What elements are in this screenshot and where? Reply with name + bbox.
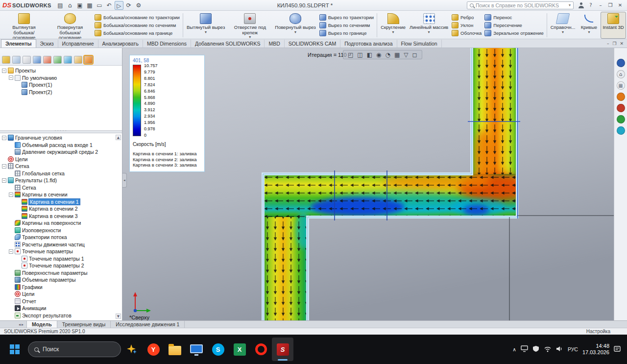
- graphics-viewport[interactable]: 401, 58 10.7579.7798.8017.8246.8465.8684…: [122, 48, 614, 320]
- model-tab-1[interactable]: Модель: [26, 321, 57, 328]
- help-search-box[interactable]: Поиск в Справке по SOLIDWORKS ▾: [467, 1, 574, 9]
- monitor-app-button[interactable]: [186, 338, 207, 361]
- tab-добавления-solidworks[interactable]: Добавления SOLIDWORKS: [191, 40, 265, 48]
- tree-item[interactable]: −Точечные параметры: [0, 248, 122, 255]
- tree-item[interactable]: −Результаты (1.fld): [0, 177, 122, 184]
- tree-item[interactable]: Объемный расход на входе 1: [0, 142, 122, 149]
- ribbon-button-hole-wizard[interactable]: Отверстие под крепеж▾: [227, 12, 273, 39]
- ribbon-button-cut-extrude[interactable]: Вытянутый вырез▾: [185, 12, 227, 39]
- ribbon-button-boss-revolve[interactable]: Повернутая бобышка/основание: [47, 12, 93, 39]
- appearance-icon[interactable]: ▦: [394, 51, 400, 58]
- solidworks-app-button[interactable]: S: [272, 338, 293, 361]
- taskbar-search[interactable]: Поиск: [28, 341, 121, 357]
- ribbon-button-cut-boundary[interactable]: Вырез по границе: [319, 30, 374, 36]
- model-tab-2[interactable]: Трехмерные виды: [57, 321, 111, 328]
- hide-show-items-icon[interactable]: ◔: [386, 51, 390, 58]
- flow-simulation-tab-icon[interactable]: [64, 56, 72, 64]
- user-account-icon[interactable]: [578, 2, 584, 8]
- ribbon-button-intersect[interactable]: Пересечение: [484, 22, 543, 28]
- section-plot-tool-icon[interactable]: [617, 104, 625, 112]
- tree-item[interactable]: Картина в сечении 2: [0, 205, 122, 213]
- tree-item[interactable]: −Картины в сечении: [0, 191, 122, 198]
- collapse-icon[interactable]: −: [2, 178, 6, 183]
- tree-item[interactable]: Экспорт результатов: [0, 312, 122, 319]
- ribbon-button-curves[interactable]: Кривые▾: [577, 12, 601, 39]
- skype-app-button[interactable]: S: [207, 338, 229, 361]
- save-icon[interactable]: ▦: [85, 1, 94, 10]
- tree-item[interactable]: Давление окружающей среды 2: [0, 148, 122, 156]
- tab-элементы[interactable]: Элементы: [1, 39, 36, 48]
- tree-item[interactable]: Графики: [0, 284, 122, 291]
- tree-item[interactable]: Картина в сечении 3: [0, 213, 122, 220]
- start-button[interactable]: [4, 338, 25, 361]
- ribbon-button-reference[interactable]: Справочн...▾: [549, 12, 578, 39]
- doc-restore-button[interactable]: ❐: [612, 41, 616, 46]
- collapse-icon[interactable]: −: [9, 193, 13, 197]
- close-button[interactable]: ✕: [617, 2, 624, 8]
- tree-scroll-up-button[interactable]: ▲: [116, 135, 121, 140]
- open-document-icon[interactable]: ▣: [75, 1, 84, 10]
- propertymanager-tab-icon[interactable]: [12, 56, 21, 64]
- tree-item[interactable]: Изоповерхности: [0, 227, 122, 234]
- tree-item[interactable]: Картины на поверхности: [0, 219, 122, 227]
- tab-mbd-dimensions[interactable]: MBD Dimensions: [143, 40, 191, 48]
- tree-item[interactable]: Сетка: [0, 184, 122, 192]
- rebuild-icon[interactable]: ⟳: [124, 1, 133, 10]
- display-style-icon[interactable]: ◉: [376, 51, 381, 58]
- tree-item[interactable]: Точечные параметры 1: [0, 255, 122, 263]
- view-orientation-icon[interactable]: ◧: [367, 51, 372, 58]
- ribbon-button-boundary[interactable]: Бобышка/основание на границе: [95, 30, 180, 36]
- camera-icon[interactable]: ◻: [412, 51, 417, 58]
- featuremanager-tab-icon[interactable]: [2, 56, 10, 64]
- ribbon-button-shell[interactable]: Оболочка: [452, 30, 482, 36]
- doc-minimize-button[interactable]: –: [607, 41, 609, 46]
- ribbon-button-instant3d[interactable]: Instant 3D: [601, 12, 626, 39]
- tab-эскиз[interactable]: Эскиз: [36, 40, 58, 48]
- undo-icon[interactable]: ↶: [105, 1, 114, 10]
- search-highlights-icon[interactable]: [123, 338, 140, 361]
- ribbon-button-pattern[interactable]: Линейный массив▾: [408, 12, 450, 39]
- wifi-icon[interactable]: [544, 346, 552, 353]
- flow-trajectories-tool-icon[interactable]: [617, 126, 625, 135]
- tree-item[interactable]: Объемные параметры: [0, 276, 122, 284]
- new-document-icon[interactable]: ▤: [56, 1, 65, 10]
- search-dropdown-icon[interactable]: ▾: [569, 3, 571, 7]
- panel-collapse-handle[interactable]: ◂: [122, 173, 127, 188]
- excel-app-button[interactable]: X: [229, 338, 250, 361]
- orange-sphere-tool-icon[interactable]: [617, 93, 625, 101]
- ribbon-button-sweep[interactable]: Бобышка/основание по траектории: [95, 14, 180, 21]
- tree-item[interactable]: Цели: [0, 291, 122, 298]
- language-indicator[interactable]: РУС: [568, 346, 578, 352]
- tab-исправление[interactable]: Исправление: [58, 40, 98, 48]
- collapse-icon[interactable]: −: [2, 136, 6, 140]
- view-settings-icon[interactable]: ▽: [404, 51, 408, 58]
- home-icon[interactable]: ⌂: [66, 1, 74, 10]
- select-arrow-icon[interactable]: ▷: [115, 1, 123, 10]
- tray-chevron-icon[interactable]: ∧: [512, 346, 516, 352]
- tray-monitor-icon[interactable]: [521, 345, 528, 353]
- tree-item[interactable]: Цели: [0, 156, 122, 163]
- collapse-icon[interactable]: −: [2, 69, 6, 73]
- tab-анализировать[interactable]: Анализировать: [98, 40, 143, 48]
- tray-shield-icon[interactable]: [532, 345, 539, 353]
- tree-item[interactable]: −Граничные условия: [0, 134, 122, 142]
- tree-item[interactable]: −По умолчанию: [0, 74, 122, 82]
- tree-item[interactable]: Картина в сечении 1: [0, 198, 122, 206]
- ribbon-button-boss-extrude[interactable]: Вытянутая бобышка/основание: [1, 12, 47, 39]
- dimxpertmanager-tab-icon[interactable]: [33, 56, 41, 64]
- tree-item[interactable]: Глобальная сетка: [0, 170, 122, 177]
- collapse-icon[interactable]: −: [2, 164, 6, 169]
- ribbon-button-loft[interactable]: Бобышка/основание по сечениям: [95, 22, 180, 28]
- ribbon-button-cut-revolve[interactable]: Повернутый вырез▾: [273, 12, 317, 39]
- tree-item[interactable]: Траектории потока: [0, 234, 122, 241]
- flow-tree-tab-icon[interactable]: [84, 56, 93, 64]
- collapse-icon[interactable]: −: [9, 249, 13, 254]
- model-tab-3[interactable]: Исследование движения 1: [111, 321, 185, 328]
- tree-item[interactable]: Анимации: [0, 305, 122, 312]
- tree-scroll-down-button[interactable]: ▼: [116, 314, 121, 319]
- notification-center-icon[interactable]: [614, 345, 621, 353]
- analysis-tab-icon[interactable]: [74, 56, 82, 64]
- status-customize-label[interactable]: Настройка: [586, 329, 610, 334]
- ribbon-button-cut-loft[interactable]: Вырез по сечениям: [319, 22, 374, 28]
- section-view-icon[interactable]: ◫: [357, 51, 362, 58]
